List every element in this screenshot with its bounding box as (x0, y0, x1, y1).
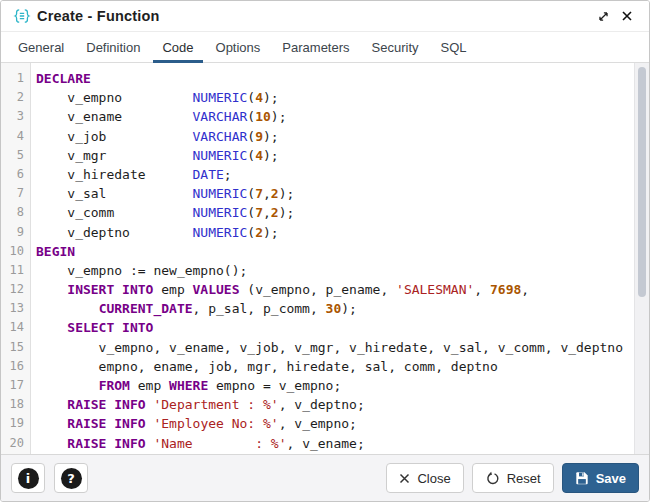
close-button[interactable]: Close (386, 463, 463, 493)
create-function-dialog: Create - Function GeneralDefinitionCodeO… (0, 0, 650, 502)
code-line: RAISE INFO 'Department : %', v_deptno; (36, 395, 649, 414)
scrollbar-thumb[interactable] (638, 67, 646, 297)
tab-general[interactable]: General (9, 32, 73, 62)
line-number: 14 (1, 318, 24, 337)
code-line: empno, ename, job, mgr, hiredate, sal, c… (36, 357, 649, 376)
code-line: v_mgr NUMERIC(4); (36, 146, 649, 165)
reset-button[interactable]: Reset (472, 463, 554, 493)
dialog-title: Create - Function (37, 8, 160, 24)
footer-bar: i ? Close Reset S (1, 454, 649, 501)
save-icon (575, 471, 589, 485)
line-number: 10 (1, 242, 24, 261)
line-number: 2 (1, 88, 24, 107)
expand-icon (597, 10, 610, 23)
save-button[interactable]: Save (562, 463, 639, 493)
function-icon (13, 7, 31, 25)
tab-parameters[interactable]: Parameters (273, 32, 358, 62)
help-icon: ? (61, 468, 82, 489)
line-number: 3 (1, 107, 24, 126)
code-line: v_empno := new_empno(); (36, 261, 649, 280)
close-x-icon (399, 473, 410, 484)
line-number: 21 (1, 453, 24, 454)
tab-sql[interactable]: SQL (432, 32, 476, 62)
line-number: 9 (1, 223, 24, 242)
code-content[interactable]: DECLARE v_empno NUMERIC(4); v_ename VARC… (31, 63, 649, 454)
tab-code[interactable]: Code (153, 32, 202, 62)
code-line: v_empno, v_ename, v_job, v_mgr, v_hireda… (36, 338, 649, 357)
line-number: 12 (1, 280, 24, 299)
code-line: v_sal NUMERIC(7,2); (36, 184, 649, 203)
line-number: 13 (1, 299, 24, 318)
code-line: RAISE INFO 'Salary : %', v_sal; (36, 453, 649, 454)
code-line: CURRENT_DATE, p_sal, p_comm, 30); (36, 299, 649, 318)
code-line: FROM emp WHERE empno = v_empno; (36, 376, 649, 395)
close-icon (621, 10, 633, 22)
title-bar: Create - Function (1, 1, 649, 32)
maximize-button[interactable] (591, 4, 615, 28)
line-number: 20 (1, 434, 24, 453)
code-line: v_deptno NUMERIC(2); (36, 223, 649, 242)
code-line: BEGIN (36, 242, 649, 261)
tab-security[interactable]: Security (363, 32, 428, 62)
help-button[interactable]: ? (54, 463, 88, 493)
info-icon: i (18, 468, 39, 489)
code-editor[interactable]: 123456789101112131415161718192021 DECLAR… (1, 63, 649, 454)
line-number: 1 (1, 69, 24, 88)
reset-button-label: Reset (507, 471, 541, 486)
line-number: 4 (1, 127, 24, 146)
tab-definition[interactable]: Definition (77, 32, 149, 62)
line-number: 7 (1, 184, 24, 203)
line-number: 17 (1, 376, 24, 395)
vertical-scrollbar[interactable] (634, 63, 649, 454)
line-number: 16 (1, 357, 24, 376)
line-number-gutter: 123456789101112131415161718192021 (1, 63, 31, 454)
tab-bar: GeneralDefinitionCodeOptionsParametersSe… (1, 32, 649, 63)
line-number: 5 (1, 146, 24, 165)
reset-icon (485, 471, 500, 486)
info-button[interactable]: i (11, 463, 45, 493)
close-dialog-button[interactable] (615, 4, 639, 28)
line-number: 6 (1, 165, 24, 184)
code-line: INSERT INTO emp VALUES (v_empno, p_ename… (36, 280, 649, 299)
save-button-label: Save (596, 471, 626, 486)
line-number: 11 (1, 261, 24, 280)
code-line: v_hiredate DATE; (36, 165, 649, 184)
line-number: 18 (1, 395, 24, 414)
code-line: RAISE INFO 'Employee No: %', v_empno; (36, 414, 649, 433)
line-number: 19 (1, 414, 24, 433)
code-line: v_job VARCHAR(9); (36, 127, 649, 146)
code-line: DECLARE (36, 69, 649, 88)
line-number: 15 (1, 338, 24, 357)
close-button-label: Close (417, 471, 450, 486)
code-line: v_comm NUMERIC(7,2); (36, 203, 649, 222)
code-line: SELECT INTO (36, 318, 649, 337)
line-number: 8 (1, 203, 24, 222)
tab-options[interactable]: Options (207, 32, 270, 62)
code-line: v_empno NUMERIC(4); (36, 88, 649, 107)
code-line: RAISE INFO 'Name : %', v_ename; (36, 434, 649, 453)
code-line: v_ename VARCHAR(10); (36, 107, 649, 126)
